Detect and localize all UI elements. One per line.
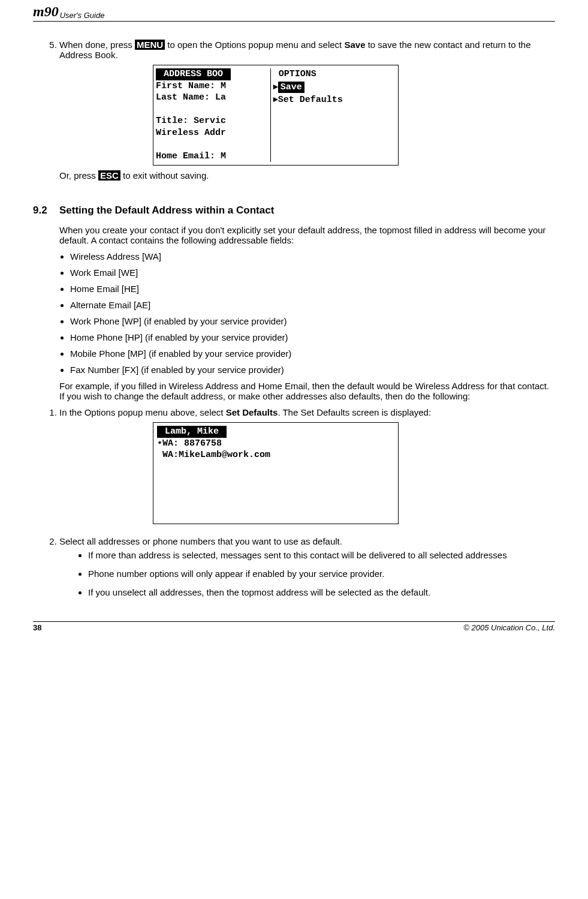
step5-mid: to open the Options popup menu and selec… — [165, 40, 344, 50]
section-9-2-heading: 9.2 Setting the Default Address within a… — [33, 205, 555, 217]
section92-intro: When you create your contact if you don'… — [59, 225, 555, 245]
step5-pre: When done, press — [59, 40, 135, 50]
copyright: © 2005 Unication Co., Ltd. — [463, 623, 555, 632]
step-2-list: Select all addresses or phone numbers th… — [33, 536, 555, 597]
field-we: Work Email [WE] — [70, 267, 555, 278]
step1b-pre: In the Options popup menu above, select — [59, 407, 226, 417]
screen1-title-left: ADDRESS BOO — [156, 68, 231, 80]
section92-example: For example, if you filled in Wireless A… — [59, 381, 555, 401]
screen-address-book: ADDRESS BOO First Name: M Last Name: La … — [153, 65, 399, 166]
field-mp: Mobile Phone [MP] (if enabled by your se… — [70, 348, 555, 359]
guide-label: User's Guide — [60, 11, 105, 20]
play-icon: ▸ — [273, 81, 278, 91]
screen1-opt-save: Save — [278, 82, 304, 94]
screen1-opt-setdefaults: Set Defaults — [278, 95, 343, 105]
step2-sub-0: If more than address is selected, messag… — [88, 550, 555, 560]
field-wp: Work Phone [WP] (if enabled by your serv… — [70, 316, 555, 326]
screen1-l3 — [156, 104, 268, 116]
screen1-l2: Last Name: La — [156, 92, 268, 104]
field-wa: Wireless Address [WA] — [70, 251, 555, 261]
step5-save: Save — [344, 40, 365, 50]
field-fx: Fax Number [FX] (if enabled by your serv… — [70, 365, 555, 375]
step2b-text: Select all addresses or phone numbers th… — [59, 536, 342, 546]
page-header: m90 User's Guide — [33, 0, 555, 22]
page-number: 38 — [33, 623, 41, 632]
screen2-l2: WA:MikeLamb@work.com — [157, 449, 394, 461]
orpress-post: to exit without saving. — [120, 170, 209, 181]
step-5-list: When done, press MENU to open the Option… — [33, 40, 555, 60]
step2-sub-2: If you unselect all addresses, then the … — [88, 587, 555, 597]
step-2: Select all addresses or phone numbers th… — [59, 536, 555, 597]
addressable-fields-list: Wireless Address [WA] Work Email [WE] Ho… — [59, 251, 555, 375]
step-1-list: In the Options popup menu above, select … — [33, 407, 555, 417]
step-1: In the Options popup menu above, select … — [59, 407, 555, 417]
field-ae: Alternate Email [AE] — [70, 300, 555, 310]
step2-sub-list: If more than address is selected, messag… — [77, 550, 555, 597]
play-icon: ▸ — [273, 94, 278, 104]
screen1-l1: First Name: M — [156, 80, 268, 92]
or-press-line: Or, press ESC to exit without saving. — [59, 170, 555, 181]
menu-key: MENU — [135, 40, 165, 50]
screen1-l4: Title: Servic — [156, 115, 268, 127]
orpress-pre: Or, press — [59, 170, 98, 181]
step1b-sel: Set Defaults — [226, 407, 278, 417]
field-he: Home Email [HE] — [70, 284, 555, 294]
step2-sub-1: Phone number options will only appear if… — [88, 569, 555, 579]
screen2-title: Lamb, Mike — [157, 426, 227, 438]
screen2-l1: •WA: 8876758 — [157, 438, 394, 450]
screen1-title-right: OPTIONS — [273, 68, 396, 80]
screen-set-defaults: Lamb, Mike •WA: 8876758 WA:MikeLamb@work… — [153, 422, 399, 524]
screen1-l7: Home Email: M — [156, 151, 268, 163]
step1b-post: . The Set Defaults screen is displayed: — [278, 407, 431, 417]
logo: m90 — [33, 4, 59, 20]
page-footer: 38 © 2005 Unication Co., Ltd. — [33, 621, 555, 632]
section-number: 9.2 — [33, 205, 59, 217]
step-5: When done, press MENU to open the Option… — [59, 40, 555, 60]
field-hp: Home Phone [HP] (if enabled by your serv… — [70, 332, 555, 342]
screen1-l6 — [156, 139, 268, 151]
screen1-l5: Wireless Addr — [156, 127, 268, 139]
esc-key: ESC — [98, 170, 120, 181]
section-title: Setting the Default Address within a Con… — [59, 205, 274, 217]
